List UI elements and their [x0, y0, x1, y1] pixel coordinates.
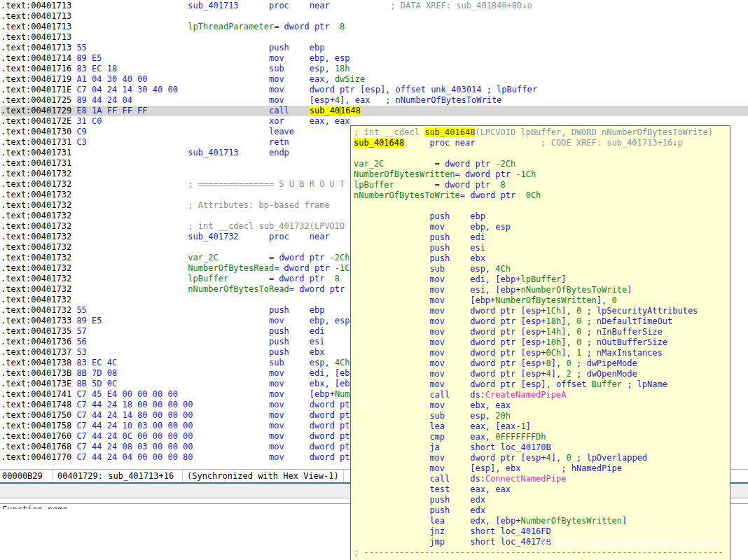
- disassembly-hint-popup: ; int __cdecl sub_401648(LPCVOID lpBuffe…: [350, 125, 730, 560]
- disasm-row[interactable]: .text:00401716 83 EC 18 sub esp, 18h: [1, 64, 748, 74]
- popup-code-line: lea eax, [eax-1]: [354, 421, 730, 432]
- popup-code-line: sub esp, 20h: [354, 411, 730, 421]
- disasm-row[interactable]: .text:00401729 E8 1A FF FF FF call sub_4…: [1, 106, 748, 116]
- popup-code-line: mov dword ptr [esp+8], 0 ; dwPipeMode: [354, 358, 730, 369]
- status-address-location: 00401729: sub_401713+16: [53, 470, 182, 482]
- popup-code-line: push edx: [354, 505, 730, 516]
- popup-code-line: lea edx, [ebp+NumberOfBytesWritten]: [354, 516, 730, 526]
- popup-code-line: mov [esp], ebx ; hNamedPipe: [354, 463, 730, 474]
- disasm-row[interactable]: .text:00401713 lpThreadParameter= dword …: [1, 22, 748, 32]
- popup-code-line: mov dword ptr [esp+1Ch], 0 ; lpSecurityA…: [354, 306, 730, 316]
- popup-code-line: mov dword ptr [esp+10h], 0 ; nOutBufferS…: [354, 337, 730, 348]
- disasm-row[interactable]: .text:00401713: [1, 32, 748, 43]
- popup-code-line: [354, 148, 730, 159]
- popup-code-line: push esi: [354, 243, 730, 253]
- popup-code-line: push ebx: [354, 253, 730, 264]
- popup-code-line: mov edi, [ebp+lpBuffer]: [354, 274, 730, 285]
- popup-code-line: mov dword ptr [esp+4], 0 ; lpOverlapped: [354, 453, 730, 463]
- popup-code-line: push ebp: [354, 211, 730, 222]
- disasm-row[interactable]: .text:0040171E C7 04 24 14 30 40 00 mov …: [1, 85, 748, 95]
- popup-code-line: [354, 201, 730, 211]
- disasm-row[interactable]: .text:00401713 sub_401713 proc near ; DA…: [1, 1, 748, 11]
- functions-panel-header: Function name: [2, 505, 156, 509]
- popup-code-line: mov [ebp+NumberOfBytesWritten], 0: [354, 295, 730, 306]
- popup-code-line: call ds:ConnectNamedPipe: [354, 474, 730, 484]
- status-sync-state: (Synchronized with Hex View-1): [182, 470, 344, 482]
- popup-code-line: lpBuffer = dword ptr 8: [354, 180, 730, 190]
- popup-code-line: ; int __cdecl sub_401648(LPCVOID lpBuffe…: [354, 127, 730, 138]
- popup-code-line: mov dword ptr [esp], offset Buffer ; lpN…: [354, 379, 730, 390]
- disasm-row[interactable]: .text:00401719 A1 04 30 40 00 mov eax, d…: [1, 74, 748, 85]
- disasm-row[interactable]: .text:00401713 55 push ebp: [1, 43, 748, 53]
- popup-code-line: push edx: [354, 495, 730, 505]
- disasm-row[interactable]: .text:00401713: [1, 11, 748, 22]
- popup-code-line: call ds:CreateNamedPipeA: [354, 390, 730, 400]
- popup-code-line: test eax, eax: [354, 484, 730, 495]
- popup-code-line: mov dword ptr [esp+14h], 0 ; nInBufferSi…: [354, 327, 730, 337]
- popup-code-line: var_2C = dword ptr -2Ch: [354, 159, 730, 169]
- popup-code-line: mov esi, [ebp+nNumberOfBytesToWrite]: [354, 285, 730, 295]
- popup-code-line: mov dword ptr [esp+18h], 0 ; nDefaultTim…: [354, 316, 730, 327]
- popup-code-line: nNumberOfBytesToWrite= dword ptr 0Ch: [354, 190, 730, 201]
- watermark: 安全客（www.anquanke.com: [541, 533, 748, 553]
- popup-code-line: mov ebp, esp: [354, 222, 730, 232]
- popup-code-line: sub_401648 proc near ; CODE XREF: sub_40…: [354, 138, 730, 148]
- disasm-row[interactable]: .text:00401714 89 E5 mov ebp, esp: [1, 53, 748, 64]
- popup-code-line: mov dword ptr [esp+4], 2 ; dwOpenMode: [354, 369, 730, 379]
- popup-code-line: push edi: [354, 232, 730, 243]
- popup-code-line: mov ebx, eax: [354, 400, 730, 411]
- popup-code-line: ja short loc_40170B: [354, 442, 730, 453]
- popup-code-listing: ; int __cdecl sub_401648(LPCVOID lpBuffe…: [354, 127, 730, 558]
- popup-code-line: sub esp, 4Ch: [354, 264, 730, 274]
- disasm-row[interactable]: .text:00401725 89 44 24 04 mov [esp+4], …: [1, 95, 748, 106]
- popup-code-line: mov dword ptr [esp+0Ch], 1 ; nMaxInstanc…: [354, 348, 730, 358]
- popup-code-line: cmp eax, 0FFFFFFFDh: [354, 432, 730, 442]
- status-file-offset: 00000B29: [0, 470, 53, 482]
- popup-code-line: NumberOfBytesWritten= dword ptr -1Ch: [354, 169, 730, 180]
